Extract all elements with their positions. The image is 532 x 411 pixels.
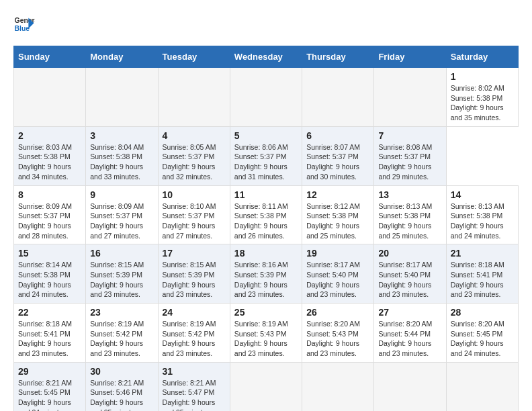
calendar-cell: 4Sunrise: 8:05 AMSunset: 5:37 PMDaylight… [158, 126, 230, 185]
header-monday: Monday [86, 46, 158, 68]
calendar-cell [302, 362, 374, 411]
calendar-cell: 28Sunrise: 8:20 AMSunset: 5:45 PMDayligh… [446, 304, 518, 363]
day-info: Sunrise: 8:16 AMSunset: 5:39 PMDaylight:… [234, 260, 298, 300]
calendar-week-row: 22Sunrise: 8:18 AMSunset: 5:41 PMDayligh… [14, 304, 519, 363]
day-info: Sunrise: 8:08 AMSunset: 5:37 PMDaylight:… [378, 142, 441, 182]
day-number: 23 [90, 307, 153, 318]
day-info: Sunrise: 8:07 AMSunset: 5:37 PMDaylight:… [306, 142, 369, 182]
calendar-cell: 30Sunrise: 8:21 AMSunset: 5:46 PMDayligh… [86, 362, 158, 411]
day-info: Sunrise: 8:18 AMSunset: 5:41 PMDaylight:… [18, 319, 81, 359]
calendar-cell: 10Sunrise: 8:10 AMSunset: 5:37 PMDayligh… [158, 185, 230, 244]
calendar-cell: 11Sunrise: 8:11 AMSunset: 5:38 PMDayligh… [230, 185, 302, 244]
day-info: Sunrise: 8:20 AMSunset: 5:45 PMDaylight:… [451, 319, 514, 359]
day-number: 15 [18, 248, 81, 259]
day-info: Sunrise: 8:17 AMSunset: 5:40 PMDaylight:… [378, 260, 441, 300]
calendar-cell [230, 362, 302, 411]
day-number: 28 [451, 307, 514, 318]
calendar-cell: 6Sunrise: 8:07 AMSunset: 5:37 PMDaylight… [302, 126, 374, 185]
day-number: 7 [378, 130, 441, 141]
calendar-cell: 29Sunrise: 8:21 AMSunset: 5:45 PMDayligh… [14, 362, 86, 411]
calendar-cell: 26Sunrise: 8:20 AMSunset: 5:43 PMDayligh… [302, 304, 374, 363]
header-sunday: Sunday [14, 46, 86, 68]
logo-icon: General Blue [13, 13, 35, 35]
calendar-cell: 1Sunrise: 8:02 AMSunset: 5:38 PMDaylight… [446, 68, 518, 127]
calendar-cell: 5Sunrise: 8:06 AMSunset: 5:37 PMDaylight… [230, 126, 302, 185]
day-number: 1 [451, 71, 514, 82]
calendar-cell: 25Sunrise: 8:19 AMSunset: 5:43 PMDayligh… [230, 304, 302, 363]
day-info: Sunrise: 8:13 AMSunset: 5:38 PMDaylight:… [451, 201, 514, 241]
day-info: Sunrise: 8:11 AMSunset: 5:38 PMDaylight:… [234, 201, 298, 241]
calendar-cell: 23Sunrise: 8:19 AMSunset: 5:42 PMDayligh… [86, 304, 158, 363]
calendar-week-row: 8Sunrise: 8:09 AMSunset: 5:37 PMDaylight… [14, 185, 519, 244]
day-info: Sunrise: 8:15 AMSunset: 5:39 PMDaylight:… [163, 260, 226, 300]
day-info: Sunrise: 8:06 AMSunset: 5:37 PMDaylight:… [234, 142, 298, 182]
day-number: 12 [306, 189, 369, 200]
calendar-cell: 2Sunrise: 8:03 AMSunset: 5:38 PMDaylight… [14, 126, 86, 185]
day-info: Sunrise: 8:04 AMSunset: 5:38 PMDaylight:… [90, 142, 153, 182]
day-number: 8 [18, 189, 81, 200]
day-info: Sunrise: 8:21 AMSunset: 5:47 PMDaylight:… [163, 378, 226, 411]
calendar-cell [230, 68, 302, 127]
day-info: Sunrise: 8:19 AMSunset: 5:43 PMDaylight:… [234, 319, 298, 359]
calendar-cell: 12Sunrise: 8:12 AMSunset: 5:38 PMDayligh… [302, 185, 374, 244]
logo: General Blue [13, 13, 35, 35]
day-info: Sunrise: 8:15 AMSunset: 5:39 PMDaylight:… [90, 260, 153, 300]
day-info: Sunrise: 8:14 AMSunset: 5:38 PMDaylight:… [18, 260, 81, 300]
day-info: Sunrise: 8:02 AMSunset: 5:38 PMDaylight:… [451, 83, 514, 123]
calendar-cell: 9Sunrise: 8:09 AMSunset: 5:37 PMDaylight… [86, 185, 158, 244]
calendar-cell [158, 68, 230, 127]
day-info: Sunrise: 8:21 AMSunset: 5:46 PMDaylight:… [90, 378, 153, 411]
day-number: 21 [451, 248, 514, 259]
calendar-cell: 15Sunrise: 8:14 AMSunset: 5:38 PMDayligh… [14, 244, 86, 304]
day-info: Sunrise: 8:19 AMSunset: 5:42 PMDaylight:… [90, 319, 153, 359]
header-friday: Friday [374, 46, 446, 68]
calendar-cell [446, 362, 518, 411]
day-info: Sunrise: 8:05 AMSunset: 5:37 PMDaylight:… [163, 142, 226, 182]
calendar-cell: 14Sunrise: 8:13 AMSunset: 5:38 PMDayligh… [446, 185, 518, 244]
calendar-week-row: 15Sunrise: 8:14 AMSunset: 5:38 PMDayligh… [14, 244, 519, 304]
day-info: Sunrise: 8:20 AMSunset: 5:43 PMDaylight:… [306, 319, 369, 359]
calendar-cell: 13Sunrise: 8:13 AMSunset: 5:38 PMDayligh… [374, 185, 446, 244]
day-number: 19 [306, 248, 369, 259]
day-number: 22 [18, 307, 81, 318]
calendar-cell: 8Sunrise: 8:09 AMSunset: 5:37 PMDaylight… [14, 185, 86, 244]
day-number: 4 [163, 130, 226, 141]
day-number: 2 [18, 130, 81, 141]
day-number: 24 [163, 307, 226, 318]
calendar-cell: 21Sunrise: 8:18 AMSunset: 5:41 PMDayligh… [446, 244, 518, 304]
calendar-cell: 17Sunrise: 8:15 AMSunset: 5:39 PMDayligh… [158, 244, 230, 304]
day-number: 29 [18, 366, 81, 377]
calendar-cell: 16Sunrise: 8:15 AMSunset: 5:39 PMDayligh… [86, 244, 158, 304]
day-info: Sunrise: 8:20 AMSunset: 5:44 PMDaylight:… [378, 319, 441, 359]
day-info: Sunrise: 8:17 AMSunset: 5:40 PMDaylight:… [306, 260, 369, 300]
calendar-cell: 19Sunrise: 8:17 AMSunset: 5:40 PMDayligh… [302, 244, 374, 304]
day-number: 10 [163, 189, 226, 200]
calendar-table: SundayMondayTuesdayWednesdayThursdayFrid… [13, 46, 519, 411]
svg-text:Blue: Blue [15, 25, 30, 32]
day-number: 5 [234, 130, 298, 141]
calendar-week-row: 1Sunrise: 8:02 AMSunset: 5:38 PMDaylight… [14, 68, 519, 127]
calendar-week-row: 29Sunrise: 8:21 AMSunset: 5:45 PMDayligh… [14, 362, 519, 411]
day-number: 11 [234, 189, 298, 200]
calendar-cell [86, 68, 158, 127]
calendar-week-row: 2Sunrise: 8:03 AMSunset: 5:38 PMDaylight… [14, 126, 519, 185]
calendar-cell [374, 362, 446, 411]
day-number: 18 [234, 248, 298, 259]
day-number: 27 [378, 307, 441, 318]
day-number: 26 [306, 307, 369, 318]
calendar-cell: 20Sunrise: 8:17 AMSunset: 5:40 PMDayligh… [374, 244, 446, 304]
day-info: Sunrise: 8:19 AMSunset: 5:42 PMDaylight:… [163, 319, 226, 359]
day-number: 14 [451, 189, 514, 200]
day-number: 9 [90, 189, 153, 200]
day-number: 3 [90, 130, 153, 141]
day-info: Sunrise: 8:09 AMSunset: 5:37 PMDaylight:… [18, 201, 81, 241]
day-number: 16 [90, 248, 153, 259]
calendar-cell: 3Sunrise: 8:04 AMSunset: 5:38 PMDaylight… [86, 126, 158, 185]
day-info: Sunrise: 8:18 AMSunset: 5:41 PMDaylight:… [451, 260, 514, 300]
day-info: Sunrise: 8:03 AMSunset: 5:38 PMDaylight:… [18, 142, 81, 182]
calendar-cell: 18Sunrise: 8:16 AMSunset: 5:39 PMDayligh… [230, 244, 302, 304]
day-number: 6 [306, 130, 369, 141]
day-number: 25 [234, 307, 298, 318]
calendar-cell: 7Sunrise: 8:08 AMSunset: 5:37 PMDaylight… [374, 126, 446, 185]
page-header: General Blue [13, 13, 519, 35]
